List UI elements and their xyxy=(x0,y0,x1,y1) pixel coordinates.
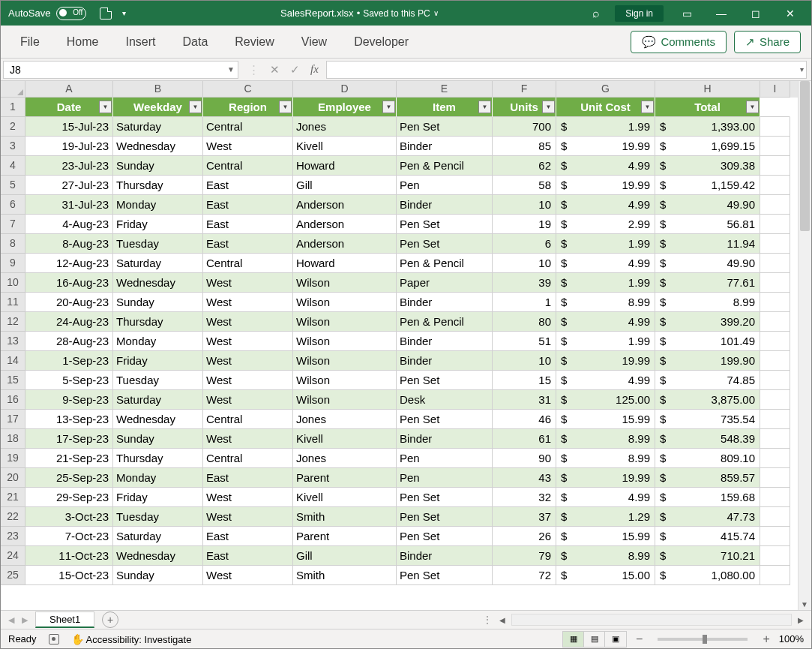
cell[interactable]: Saturday xyxy=(113,390,203,410)
cell[interactable] xyxy=(760,390,790,410)
sheet-next-icon[interactable]: ▶ xyxy=(22,615,28,625)
page-break-view-button[interactable]: ▣ xyxy=(605,632,626,647)
cell[interactable]: 80 xyxy=(493,312,556,332)
page-layout-view-button[interactable]: ▤ xyxy=(584,632,605,647)
cell[interactable]: 51 xyxy=(493,332,556,351)
expand-formula-icon[interactable]: ▾ xyxy=(800,65,804,74)
column-header-E[interactable]: E xyxy=(397,81,493,98)
cell[interactable]: 11-Oct-23 xyxy=(25,546,113,566)
hscroll-left-icon[interactable]: ◀ xyxy=(496,616,508,624)
sheet-prev-icon[interactable]: ◀ xyxy=(8,615,14,625)
cell[interactable]: Wilson xyxy=(293,351,397,371)
cell[interactable]: $8.99 xyxy=(556,429,655,449)
cell[interactable] xyxy=(760,566,790,585)
row-header[interactable]: 11 xyxy=(1,293,25,312)
row-header[interactable]: 4 xyxy=(1,156,25,176)
zoom-level[interactable]: 100% xyxy=(779,633,804,644)
cell[interactable] xyxy=(760,273,790,293)
cell[interactable]: West xyxy=(203,507,293,527)
cell[interactable]: Sunday xyxy=(113,293,203,312)
cell[interactable]: $15.00 xyxy=(556,566,655,585)
cell[interactable]: $74.85 xyxy=(655,371,760,390)
cell[interactable]: Friday xyxy=(113,351,203,371)
cell[interactable]: 32 xyxy=(493,488,556,507)
column-header-G[interactable]: G xyxy=(556,81,655,98)
cell[interactable]: Tuesday xyxy=(113,371,203,390)
cell[interactable]: 17-Sep-23 xyxy=(25,429,113,449)
cell[interactable]: Thursday xyxy=(113,449,203,468)
cell[interactable]: West xyxy=(203,566,293,585)
cell[interactable]: 29-Sep-23 xyxy=(25,488,113,507)
header-cell-item[interactable]: Item xyxy=(397,98,493,117)
cell[interactable]: 10 xyxy=(493,351,556,371)
cell[interactable] xyxy=(760,98,790,117)
cell[interactable]: East xyxy=(203,468,293,488)
cell[interactable]: $1,699.15 xyxy=(655,137,760,156)
cell[interactable]: 15-Oct-23 xyxy=(25,566,113,585)
ribbon-tab-data[interactable]: Data xyxy=(169,28,221,56)
zoom-out-button[interactable]: − xyxy=(633,632,646,646)
add-sheet-button[interactable]: + xyxy=(102,611,118,628)
cell[interactable]: 10 xyxy=(493,195,556,215)
ribbon-tab-review[interactable]: Review xyxy=(221,28,287,56)
cell[interactable]: 79 xyxy=(493,546,556,566)
cell[interactable] xyxy=(760,176,790,195)
autosave-toggle[interactable]: AutoSave Off xyxy=(1,7,94,20)
ribbon-tab-file[interactable]: File xyxy=(7,28,53,56)
cell[interactable]: 8-Aug-23 xyxy=(25,234,113,254)
vertical-scrollbar[interactable]: ▼ xyxy=(798,81,811,610)
cell[interactable]: Pen Set xyxy=(397,215,493,234)
close-button[interactable]: ✕ xyxy=(773,1,808,26)
cell[interactable]: Binder xyxy=(397,351,493,371)
header-cell-region[interactable]: Region xyxy=(203,98,293,117)
cell[interactable]: Central xyxy=(203,117,293,137)
fx-icon[interactable]: fx xyxy=(310,63,319,76)
cell[interactable]: Wilson xyxy=(293,293,397,312)
column-header-B[interactable]: B xyxy=(113,81,203,98)
cell[interactable]: 21-Sep-23 xyxy=(25,449,113,468)
cell[interactable]: Monday xyxy=(113,468,203,488)
cell[interactable]: $309.38 xyxy=(655,156,760,176)
cell[interactable] xyxy=(760,117,790,137)
cell[interactable]: West xyxy=(203,488,293,507)
filter-button[interactable] xyxy=(478,101,491,113)
cell[interactable]: $2.99 xyxy=(556,215,655,234)
cell[interactable] xyxy=(760,137,790,156)
cell[interactable]: $548.39 xyxy=(655,429,760,449)
ribbon-mode-icon[interactable]: ▭ xyxy=(670,1,704,26)
cells[interactable]: DateWeekdayRegionEmployeeItemUnitsUnit C… xyxy=(25,98,790,585)
filter-button[interactable] xyxy=(641,101,654,113)
cell[interactable]: Tuesday xyxy=(113,234,203,254)
cell[interactable]: Pen & Pencil xyxy=(397,156,493,176)
row-header[interactable]: 7 xyxy=(1,215,25,234)
ribbon-tab-developer[interactable]: Developer xyxy=(340,28,422,56)
cell[interactable]: 700 xyxy=(493,117,556,137)
cell[interactable]: 20-Aug-23 xyxy=(25,293,113,312)
cell[interactable]: $415.74 xyxy=(655,527,760,546)
cell[interactable]: Pen xyxy=(397,449,493,468)
cell[interactable]: Smith xyxy=(293,566,397,585)
cell[interactable] xyxy=(760,351,790,371)
cell[interactable]: 5-Sep-23 xyxy=(25,371,113,390)
cell[interactable]: West xyxy=(203,293,293,312)
cell[interactable]: $199.90 xyxy=(655,351,760,371)
cell[interactable]: $4.99 xyxy=(556,156,655,176)
cell[interactable]: $1,080.00 xyxy=(655,566,760,585)
cell[interactable]: Binder xyxy=(397,195,493,215)
cell[interactable]: East xyxy=(203,527,293,546)
maximize-button[interactable]: ◻ xyxy=(739,1,773,26)
cell[interactable]: $4.99 xyxy=(556,488,655,507)
cell[interactable] xyxy=(760,527,790,546)
cell[interactable]: $19.99 xyxy=(556,468,655,488)
cell[interactable]: Sunday xyxy=(113,429,203,449)
header-cell-employee[interactable]: Employee xyxy=(293,98,397,117)
cell[interactable]: 28-Aug-23 xyxy=(25,332,113,351)
cell[interactable]: 46 xyxy=(493,410,556,429)
cell[interactable]: Pen Set xyxy=(397,117,493,137)
cell[interactable]: Binder xyxy=(397,429,493,449)
cell[interactable]: $77.61 xyxy=(655,273,760,293)
cell[interactable]: Howard xyxy=(293,156,397,176)
cell[interactable]: Jones xyxy=(293,117,397,137)
zoom-slider[interactable] xyxy=(658,638,748,641)
cell[interactable]: Anderson xyxy=(293,195,397,215)
